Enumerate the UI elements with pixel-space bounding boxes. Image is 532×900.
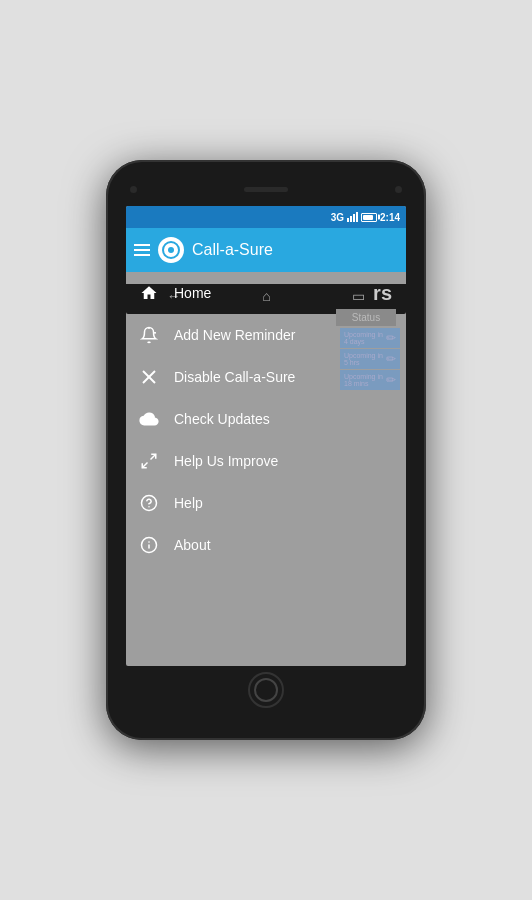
question-mark-icon xyxy=(138,492,160,514)
clock: 2:14 xyxy=(380,212,400,223)
app-logo xyxy=(158,237,184,263)
edit-icon-1: ✏ xyxy=(386,331,396,345)
bg-status-cell-1: Upcoming in 4 days ✏ xyxy=(340,328,400,348)
camera-left xyxy=(130,186,137,193)
app-title: Call-a-Sure xyxy=(192,241,273,259)
expand-icon xyxy=(138,450,160,472)
home-button-inner xyxy=(254,678,278,702)
phone-device: 3G 2:14 xyxy=(106,160,426,740)
drawer-item-disable[interactable]: Disable Call-a-Sure xyxy=(126,356,324,398)
phone-bottom xyxy=(116,672,416,708)
phone-screen: 3G 2:14 xyxy=(126,206,406,666)
svg-line-8 xyxy=(142,463,147,468)
drawer-item-help-improve[interactable]: Help Us Improve xyxy=(126,440,324,482)
drawer-label-about: About xyxy=(174,537,211,553)
drawer-item-check-updates[interactable]: Check Updates xyxy=(126,398,324,440)
logo-icon xyxy=(162,241,180,259)
svg-point-1 xyxy=(168,247,174,253)
battery-icon xyxy=(361,213,377,222)
drawer-label-help: Help xyxy=(174,495,203,511)
phone-top-bar xyxy=(116,178,416,200)
drawer-label-add-reminder: Add New Reminder xyxy=(174,327,295,343)
drawer-label-check-updates: Check Updates xyxy=(174,411,270,427)
drawer-item-home[interactable]: Home xyxy=(126,272,324,314)
edit-icon-3: ✏ xyxy=(386,373,396,387)
cloud-icon xyxy=(138,408,160,430)
drawer-item-help[interactable]: Help xyxy=(126,482,324,524)
bg-status-cell-3: Upcoming in 18 mins ✏ xyxy=(340,370,400,390)
physical-home-button[interactable] xyxy=(248,672,284,708)
svg-point-14 xyxy=(149,542,150,543)
signal-strength-icon xyxy=(347,212,358,222)
drawer-label-help-improve: Help Us Improve xyxy=(174,453,278,469)
speaker-grille xyxy=(244,187,288,192)
network-indicator: 3G xyxy=(331,212,344,223)
home-icon xyxy=(138,282,160,304)
drawer-label-disable: Disable Call-a-Sure xyxy=(174,369,295,385)
bg-status-column-header: Status xyxy=(336,309,396,326)
info-icon xyxy=(138,534,160,556)
status-bar: 3G 2:14 xyxy=(126,206,406,228)
edit-icon-2: ✏ xyxy=(386,352,396,366)
drawer-label-home: Home xyxy=(174,285,211,301)
drawer-item-add-reminder[interactable]: Add New Reminder xyxy=(126,314,324,356)
app-header: Call-a-Sure xyxy=(126,228,406,272)
drawer-item-about[interactable]: About xyxy=(126,524,324,566)
bell-plus-icon xyxy=(138,324,160,346)
x-icon xyxy=(138,366,160,388)
bg-status-cell-2: Upcoming in 5 hrs ✏ xyxy=(340,349,400,369)
hamburger-menu-button[interactable] xyxy=(134,244,150,256)
svg-line-7 xyxy=(151,454,156,459)
camera-right xyxy=(395,186,402,193)
